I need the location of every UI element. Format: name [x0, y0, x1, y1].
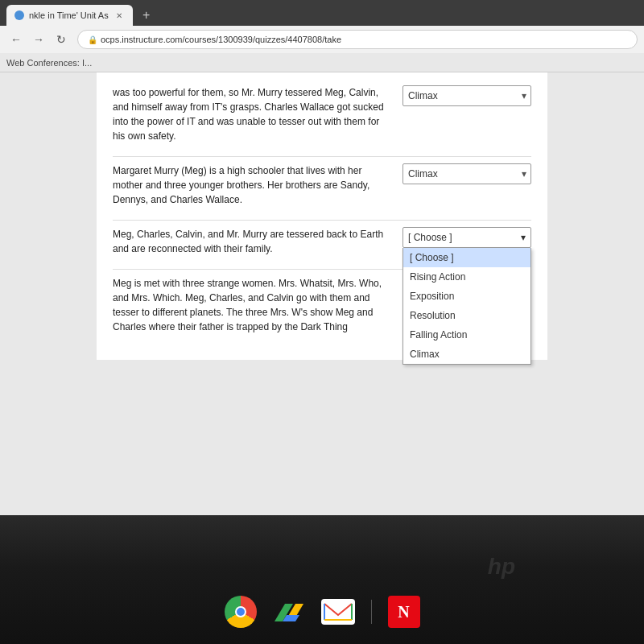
quiz-container: was too powerful for them, so Mr. Murry … — [97, 72, 547, 360]
netflix-taskbar-icon[interactable]: N — [388, 596, 420, 628]
new-tab-button[interactable]: + — [136, 5, 157, 26]
chrome-inner-circle — [235, 606, 246, 617]
tab-bar: nkle in Time' Unit As ✕ + — [0, 0, 644, 26]
select-input-2[interactable]: Climax Rising Action Exposition Resoluti… — [402, 163, 531, 184]
dropdown-selected-label: [ Choose ] — [408, 232, 452, 243]
select-input-1[interactable]: Climax Rising Action Exposition Resoluti… — [402, 85, 531, 106]
question-text-1: was too powerful for them, so Mr. Murry … — [113, 85, 390, 143]
taskbar-divider — [371, 600, 372, 624]
dropdown-trigger-3[interactable]: [ Choose ] ▾ — [402, 227, 531, 248]
answer-area-3: [ Choose ] ▾ [ Choose ] Rising Action Ex… — [402, 227, 531, 248]
dropdown-item-choose[interactable]: [ Choose ] — [403, 248, 530, 267]
dropdown-arrow-icon: ▾ — [521, 232, 526, 243]
question-text-4: Meg is met with three strange women. Mrs… — [113, 276, 390, 334]
hp-logo: hp — [488, 554, 515, 580]
dropdown-item-resolution[interactable]: Resolution — [403, 306, 530, 325]
taskbar: N — [0, 596, 644, 628]
browser-chrome: nkle in Time' Unit As ✕ + ← → ↻ 🔒 ocps.i… — [0, 0, 644, 72]
divider-2 — [113, 220, 531, 221]
question-text-2: Margaret Murry (Meg) is a high schooler … — [113, 163, 390, 207]
tab-close-button[interactable]: ✕ — [114, 10, 125, 21]
nav-buttons: ← → ↻ — [6, 30, 71, 49]
refresh-button[interactable]: ↻ — [52, 30, 71, 49]
tab-title: nkle in Time' Unit As — [29, 10, 109, 20]
answer-area-1: Climax Rising Action Exposition Resoluti… — [402, 85, 531, 106]
select-wrapper-1: Climax Rising Action Exposition Resoluti… — [402, 85, 531, 106]
back-button[interactable]: ← — [6, 30, 26, 49]
dropdown-item-rising[interactable]: Rising Action — [403, 267, 530, 287]
tab-favicon — [14, 10, 24, 20]
address-text: ocps.instructure.com/courses/1300939/qui… — [101, 35, 341, 44]
drive-icon — [275, 597, 303, 626]
dropdown-item-exposition[interactable]: Exposition — [403, 287, 530, 306]
gmail-icon — [323, 601, 353, 623]
question-block-2: Margaret Murry (Meg) is a high schooler … — [113, 163, 531, 207]
address-bar-row: ← → ↻ 🔒 ocps.instructure.com/courses/130… — [0, 26, 644, 53]
dropdown-open-container: [ Choose ] ▾ [ Choose ] Rising Action Ex… — [402, 227, 531, 248]
lock-icon: 🔒 — [88, 35, 97, 44]
dropdown-item-falling[interactable]: Falling Action — [403, 325, 530, 345]
toolbar-text: Web Conferences: I... — [6, 58, 92, 68]
forward-button[interactable]: → — [29, 30, 48, 49]
question-block-3: Meg, Charles, Calvin, and Mr. Murry are … — [113, 227, 531, 256]
chrome-taskbar-icon[interactable] — [225, 596, 257, 628]
dropdown-item-climax[interactable]: Climax — [403, 345, 530, 364]
drive-taskbar-icon[interactable] — [273, 596, 305, 628]
active-tab[interactable]: nkle in Time' Unit As ✕ — [6, 5, 133, 26]
select-wrapper-2: Climax Rising Action Exposition Resoluti… — [402, 163, 531, 184]
question-text-3: Meg, Charles, Calvin, and Mr. Murry are … — [113, 227, 390, 256]
main-content: was too powerful for them, so Mr. Murry … — [0, 72, 644, 580]
toolbar-row: Web Conferences: I... — [0, 53, 644, 72]
dropdown-list: [ Choose ] Rising Action Exposition Reso… — [402, 248, 531, 365]
divider-1 — [113, 156, 531, 157]
question-block-1: was too powerful for them, so Mr. Murry … — [113, 85, 531, 143]
address-field[interactable]: 🔒 ocps.instructure.com/courses/1300939/q… — [77, 30, 638, 49]
answer-area-2: Climax Rising Action Exposition Resoluti… — [402, 163, 531, 184]
gmail-taskbar-icon[interactable] — [321, 599, 355, 625]
